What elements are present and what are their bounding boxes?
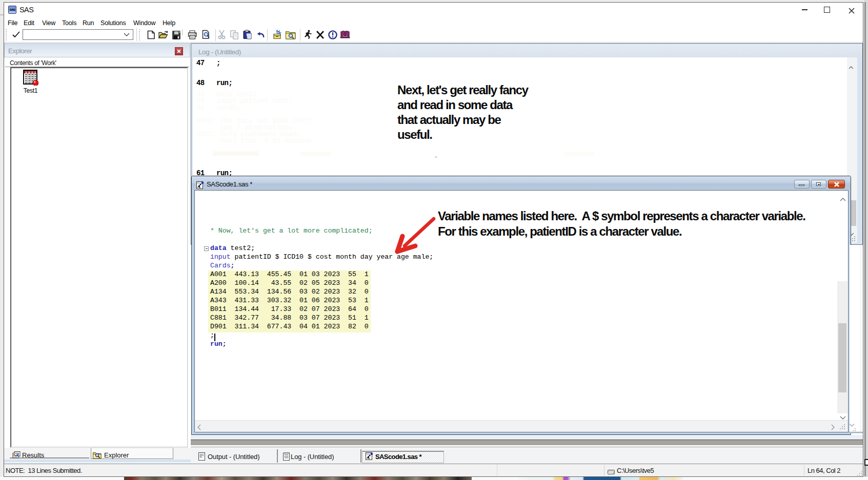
svg-text:sas: sas	[9, 7, 15, 12]
